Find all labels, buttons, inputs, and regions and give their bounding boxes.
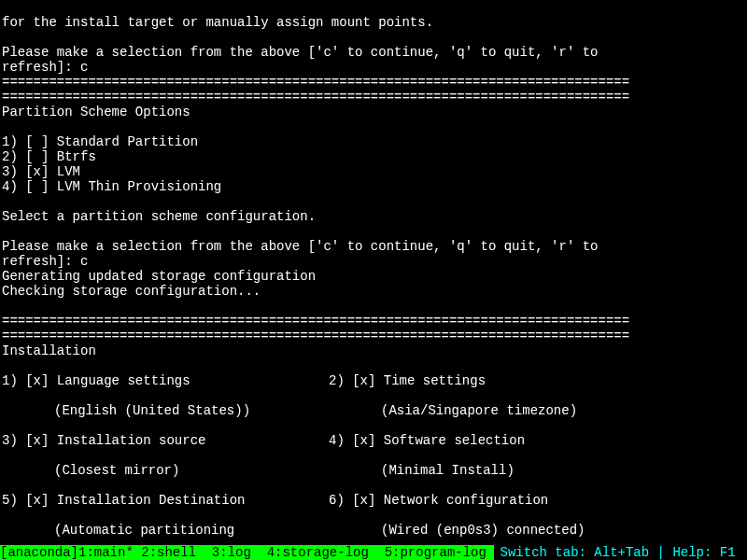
tmux-help-hint: Switch tab: Alt+Tab | Help: F1 [500,545,747,560]
prompt-continue-1a: Please make a selection from the above [… [2,45,599,60]
menu-network-sub: (Wired (enp0s3) connected) [329,523,585,538]
prompt-continue-1b[interactable]: refresh]: c [2,60,88,75]
terminal-screen: for the install target or manually assig… [0,0,747,560]
checking-line: Checking storage configuration... [2,284,261,299]
menu-language-sub: (English (United States)) [2,403,250,418]
menu-source-sub: (Closest mirror) [2,463,179,478]
menu-installation-destination[interactable]: 5) [x] Installation Destination [2,493,329,508]
menu-language-settings[interactable]: 1) [x] Language settings [2,373,329,388]
divider-line: ========================================… [2,314,629,329]
menu-time-sub: (Asia/Singapore timezone) [329,403,577,418]
intro-text: for the install target or manually assig… [2,15,433,30]
partition-option-lvm-thin[interactable]: 4) [ ] LVM Thin Provisioning [2,179,221,194]
menu-network-configuration[interactable]: 6) [x] Network configuration [329,493,740,508]
divider-line: ========================================… [2,329,629,343]
menu-software-sub: (Minimal Install) [329,463,514,478]
generating-line: Generating updated storage configuration [2,269,316,284]
prompt-continue-2a: Please make a selection from the above [… [2,239,599,254]
divider-line: ========================================… [2,75,629,90]
menu-software-selection[interactable]: 4) [x] Software selection [329,433,740,448]
partition-select-prompt: Select a partition scheme configuration. [2,209,316,224]
menu-installation-source[interactable]: 3) [x] Installation source [2,433,329,448]
partition-scheme-header: Partition Scheme Options [2,105,190,119]
tmux-tabs[interactable]: [anaconda]1:main* 2:shell 3:log 4:storag… [0,545,494,560]
installation-header: Installation [2,343,96,358]
partition-option-lvm[interactable]: 3) [x] LVM [2,164,80,179]
partition-option-btrfs[interactable]: 2) [ ] Btrfs [2,149,96,164]
menu-time-settings[interactable]: 2) [x] Time settings [329,373,740,388]
divider-line: ========================================… [2,90,629,105]
tmux-status-bar: [anaconda]1:main* 2:shell 3:log 4:storag… [0,545,747,560]
prompt-continue-2b[interactable]: refresh]: c [2,254,88,269]
partition-option-standard[interactable]: 1) [ ] Standard Partition [2,134,198,149]
menu-destination-sub1: (Automatic partitioning [2,523,234,538]
